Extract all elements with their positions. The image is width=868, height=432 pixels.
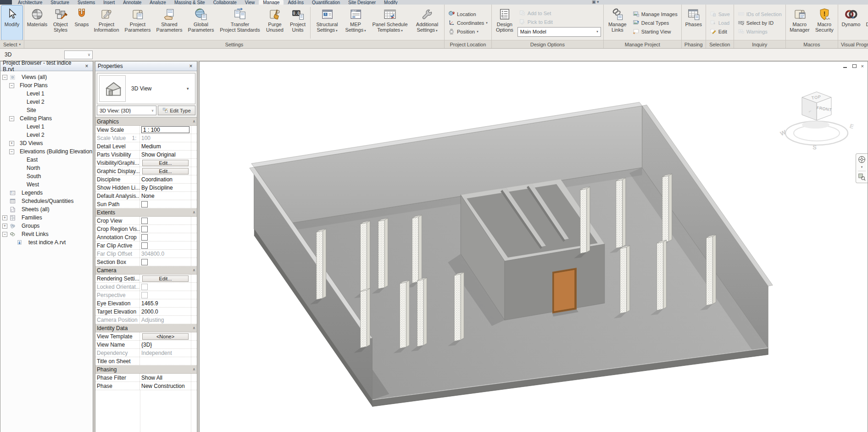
tree-item-groups[interactable]: +Groups (0, 222, 93, 230)
tree-item-3d-views[interactable]: +3D Views (0, 139, 93, 147)
manage-images-button[interactable]: Manage Images (631, 10, 679, 18)
expand-toggle[interactable]: + (2, 215, 7, 220)
visibility-graphi-button[interactable]: Edit... (142, 160, 189, 166)
tree-item-level-2[interactable]: Level 2 (0, 98, 93, 106)
panel-schedule-templates-button[interactable]: Panel ScheduleTemplates ▾ (369, 6, 411, 40)
close-icon[interactable]: × (861, 64, 864, 68)
tree-item-ceiling-plans[interactable]: −Ceiling Plans (0, 114, 93, 123)
macro-security-button[interactable]: !MacroSecurity (812, 6, 836, 40)
snaps-button[interactable]: Snaps (72, 6, 91, 40)
chevron-down-icon[interactable]: ▾ (861, 165, 863, 169)
tree-item-north[interactable]: North (0, 164, 93, 172)
camera-position-value[interactable]: Adjusting (141, 317, 164, 323)
collapse-chevron-icon[interactable]: ∧ (191, 208, 197, 216)
concrete-column[interactable] (361, 221, 370, 293)
tab-modify[interactable]: Modify (380, 0, 401, 5)
zoom-icon[interactable] (858, 173, 866, 181)
phase-filter-value[interactable]: Show All (141, 375, 162, 381)
compass-south-label[interactable]: S (812, 144, 817, 151)
crop-region-vis-checkbox[interactable] (141, 226, 148, 232)
section-extents[interactable]: Extents∧ (95, 208, 197, 217)
design-options-button[interactable]: DesignOptions (493, 6, 516, 40)
view-type-combo[interactable]: 3D View: {3D}∨ (97, 106, 156, 115)
detail-level-value[interactable]: Medium (141, 143, 161, 150)
view-cube[interactable]: W S E TOP FRONT L (772, 79, 859, 157)
modify-button[interactable]: Modify (1, 6, 22, 40)
show-hidden-li-value[interactable]: By Discipline (141, 185, 173, 191)
project-information-button[interactable]: ProjectInformation (91, 6, 122, 40)
collapse-toggle[interactable]: − (2, 75, 7, 80)
edit-selection-button[interactable]: Edit (708, 28, 731, 36)
tree-item-test-indice-a-rvt[interactable]: test indice A.rvt (0, 238, 93, 247)
type-selector[interactable]: 3D View ▾ (97, 73, 195, 104)
chevron-down-icon[interactable]: ▾ (187, 86, 195, 91)
tree-item-east[interactable]: East (0, 156, 93, 164)
tab-analyze[interactable]: Analyze (145, 0, 170, 5)
tab-massing-site[interactable]: Massing & Site (170, 0, 209, 5)
ribbon-display-toggle-icon[interactable]: ▣ ▾ (592, 0, 599, 4)
tree-item-site[interactable]: Site (0, 106, 93, 114)
ribbon-group-label-select[interactable]: Select▾ (0, 40, 24, 48)
section-graphics[interactable]: Graphics∧ (95, 118, 197, 126)
tree-item-revit-links[interactable]: −Revit Links (0, 230, 93, 238)
select-by-id-button[interactable]: Select by ID (736, 19, 783, 27)
parts-visibility-value[interactable]: Show Original (141, 151, 176, 158)
collapse-chevron-icon[interactable]: ∧ (191, 324, 197, 332)
expand-toggle[interactable]: + (9, 141, 14, 146)
macro-manager-button[interactable]: MacroManager (787, 6, 812, 40)
tab-site-designer[interactable]: Site Designer (344, 0, 380, 5)
target-elevation-value[interactable]: 2000.0 (141, 309, 158, 315)
close-icon[interactable]: × (83, 63, 90, 69)
tree-item-elevations-building-elevation[interactable]: −Elevations (Building Elevation (0, 147, 93, 156)
tab-structure[interactable]: Structure (46, 0, 73, 5)
far-clip-active-checkbox[interactable] (141, 242, 148, 249)
decal-types-button[interactable]: Decal Types (631, 19, 679, 27)
concrete-column[interactable] (412, 215, 422, 283)
tab-insert[interactable]: Insert (99, 0, 119, 5)
tab-systems[interactable]: Systems (73, 0, 99, 5)
tab-collaborate[interactable]: Collaborate (209, 0, 241, 5)
collapse-toggle[interactable]: − (9, 116, 14, 121)
concrete-column[interactable] (400, 281, 409, 348)
eye-elevation-value[interactable]: 1465.9 (141, 300, 158, 307)
crop-view-checkbox[interactable] (141, 218, 148, 224)
options-bar-combo[interactable]: ∨ (64, 50, 93, 59)
concrete-column[interactable] (454, 272, 464, 341)
section-camera[interactable]: Camera∧ (95, 266, 197, 275)
close-icon[interactable]: × (188, 63, 194, 69)
manage-links-button[interactable]: ManageLinks (605, 6, 630, 40)
minimize-icon[interactable] (843, 64, 848, 68)
structural-settings-button[interactable]: 5StructuralSettings ▾ (312, 6, 342, 40)
compass-east-label[interactable]: E (849, 123, 855, 130)
annotation-crop-checkbox[interactable] (141, 234, 148, 241)
section-phasing[interactable]: Phasing∧ (95, 365, 197, 374)
tab-quantification[interactable]: Quantification (308, 0, 344, 5)
collapse-chevron-icon[interactable]: ∧ (191, 266, 197, 274)
project-parameters-button[interactable]: ProjectParameters (122, 6, 153, 40)
tab-manage[interactable]: Manage (259, 0, 284, 5)
mep-settings-button[interactable]: MEPMEPSettings ▾ (343, 6, 368, 40)
edit-type-button[interactable]: Edit Type (158, 106, 195, 115)
materials-button[interactable]: Materials (26, 6, 49, 40)
shared-parameters-button[interactable]: SharedParameters (154, 6, 185, 40)
default-analysis-value[interactable]: None (141, 193, 155, 199)
door[interactable] (554, 269, 575, 312)
starting-view-button[interactable]: Starting View (631, 28, 679, 36)
tree-item-west[interactable]: West (0, 180, 93, 189)
dynamo-button[interactable]: Dynamo (840, 6, 862, 40)
rendering-setti-button[interactable]: Edit... (142, 275, 189, 282)
view-template-button[interactable]: <None> (142, 333, 189, 340)
collapse-chevron-icon[interactable]: ∧ (191, 365, 197, 373)
coordinates-button[interactable]: Coordinates▾ (447, 19, 489, 27)
application-menu-icon[interactable] (0, 0, 12, 5)
steering-wheel-icon[interactable] (858, 156, 866, 163)
object-styles-button[interactable]: ObjectStyles (49, 6, 72, 40)
global-parameters-button[interactable]: GlobalParameters (185, 6, 217, 40)
expand-toggle[interactable]: + (2, 224, 7, 229)
tab-view[interactable]: View (241, 0, 259, 5)
concrete-column[interactable] (620, 246, 630, 314)
restore-icon[interactable] (852, 64, 857, 68)
tree-item-level-1[interactable]: Level 1 (0, 90, 93, 98)
tree-item-views-all[interactable]: −Views (all) (0, 73, 93, 81)
concrete-column[interactable] (662, 174, 672, 243)
